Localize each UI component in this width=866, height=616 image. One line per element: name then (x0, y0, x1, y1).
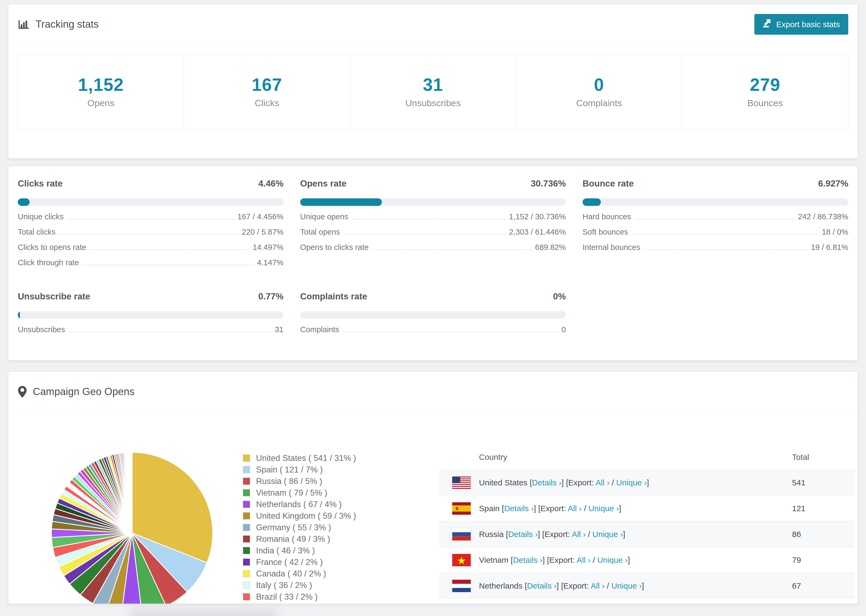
detail-value: 19 / 6.81% (811, 244, 848, 251)
detail-value: 220 / 5.87% (242, 228, 283, 236)
export-all-link[interactable]: All › (590, 581, 605, 590)
bracket: ] (538, 530, 542, 539)
rate-detail-row: Complaints0 (300, 326, 566, 333)
rate-detail-rows: Unique clicks167 / 4.456%Total clicks220… (18, 213, 283, 267)
bottom-shadow-artifact (129, 608, 277, 616)
detail-label: Opens to clicks rate (300, 244, 369, 251)
details-link[interactable]: Details › (513, 556, 542, 564)
detail-label: Unsubscribes (18, 326, 65, 333)
export-unique-link[interactable]: Unique › (616, 478, 647, 487)
country-column-header: Country (439, 453, 507, 462)
export-all-link[interactable]: All › (568, 504, 582, 513)
nl-flag-icon (452, 580, 471, 592)
geo-row-total: 541 (792, 478, 806, 487)
geo-opens-pie-chart (49, 449, 216, 604)
legend-swatch (243, 593, 250, 600)
export-all-link[interactable]: All › (576, 556, 590, 564)
detail-value: 18 / 0% (822, 228, 848, 236)
slash: / (605, 581, 611, 590)
export-label: [Export: (566, 478, 595, 487)
legend-item: Brazil ( 33 / 2% ) (243, 591, 356, 603)
rate-progress-track (18, 311, 283, 319)
legend-item: United Kingdom ( 59 / 3% ) (243, 510, 356, 522)
stats-summary-row: 1,152Opens167Clicks31Unsubscribes0Compla… (18, 54, 848, 130)
rate-progress-fill (18, 311, 20, 319)
details-link[interactable]: Details › (504, 504, 534, 513)
slash: / (590, 556, 597, 564)
detail-leader-dots (68, 219, 234, 219)
detail-value: 0 (562, 326, 566, 333)
rate-title: Complaints rate (300, 290, 367, 303)
legend-swatch (243, 501, 250, 508)
rate-detail-rows: Unique opens1,152 / 30.736%Total opens2,… (300, 213, 566, 251)
stat-cell: 279Bounces (682, 54, 848, 130)
stat-cell: 167Clicks (184, 54, 350, 130)
legend-item: Italy ( 36 / 2% ) (243, 580, 356, 591)
rate-block: Unsubscribe rate0.77%Unsubscribes31 (18, 290, 283, 333)
detail-label: Internal bounces (583, 244, 640, 251)
geo-opens-title-text: Campaign Geo Opens (33, 386, 134, 398)
export-all-link[interactable]: All › (572, 530, 586, 539)
rate-detail-rows: Complaints0 (300, 326, 566, 333)
detail-value: 31 (275, 326, 283, 333)
export-all-link[interactable]: All › (596, 478, 610, 487)
rate-detail-rows: Hard bounces242 / 86.738%Soft bounces18 … (583, 213, 848, 251)
country-name: Spain (479, 504, 502, 513)
legend-label: France ( 42 / 2% ) (256, 558, 323, 567)
details-link[interactable]: Details › (527, 581, 556, 590)
rate-title: Opens rate (300, 178, 346, 190)
stat-value: 279 (682, 76, 848, 94)
export-unique-link[interactable]: Unique › (597, 556, 628, 564)
legend-label: United States ( 541 / 31% ) (256, 453, 356, 463)
stat-value: 0 (516, 76, 682, 94)
rate-detail-rows: Unsubscribes31 (18, 326, 283, 333)
geo-row-total: 79 (792, 556, 801, 565)
stat-cell: 1,152Opens (18, 54, 184, 130)
legend-item: Canada ( 40 / 2% ) (243, 568, 356, 580)
page: Tracking stats Export basic stats 1,152O… (0, 0, 866, 604)
legend-label: Canada ( 40 / 2% ) (256, 569, 326, 579)
map-pin-icon (18, 386, 27, 398)
rate-detail-row: Clicks to opens rate14.497% (18, 244, 283, 251)
export-unique-link[interactable]: Unique › (611, 581, 642, 590)
rate-heading: Opens rate30.736% (300, 178, 566, 190)
export-basic-stats-button[interactable]: Export basic stats (754, 14, 848, 35)
tracking-stats-panel: Tracking stats Export basic stats 1,152O… (8, 4, 858, 159)
legend-item: Germany ( 55 / 3% ) (243, 522, 356, 533)
details-link[interactable]: Details › (532, 478, 562, 487)
legend-label: Germany ( 55 / 3% ) (256, 523, 331, 533)
legend-swatch (243, 558, 250, 566)
export-label: [Export: (542, 530, 572, 539)
detail-value: 242 / 86.738% (798, 213, 848, 221)
export-icon (763, 19, 772, 30)
rate-heading: Complaints rate0% (300, 290, 566, 303)
detail-value: 2,303 / 61.446% (509, 228, 566, 236)
rate-block: Bounce rate6.927%Hard bounces242 / 86.73… (583, 178, 848, 267)
detail-label: Clicks to opens rate (18, 244, 86, 251)
export-label: [Export: (547, 556, 576, 564)
rate-detail-row: Hard bounces242 / 86.738% (583, 213, 848, 221)
rate-detail-row: Unique opens1,152 / 30.736% (300, 213, 566, 221)
detail-label: Total opens (300, 228, 340, 236)
details-link[interactable]: Details › (508, 530, 538, 539)
total-column-header: Total (792, 453, 809, 462)
country-name: Russia (479, 530, 506, 539)
geo-row-total: 67 (792, 581, 801, 591)
geo-table-row: Russia [Details ›] [Export: All › / Uniq… (439, 521, 855, 547)
stat-value: 1,152 (18, 76, 184, 94)
rate-detail-row: Unsubscribes31 (18, 326, 283, 333)
stat-cell: 31Unsubscribes (350, 54, 516, 130)
detail-value: 4.147% (257, 259, 283, 267)
rate-progress-fill (583, 198, 601, 206)
bracket: ] (556, 581, 561, 590)
legend-swatch (243, 524, 250, 531)
bar-chart-icon (18, 19, 30, 30)
detail-leader-dots (90, 250, 250, 250)
legend-item: Romania ( 49 / 3% ) (243, 533, 356, 545)
rate-value: 30.736% (531, 178, 566, 190)
export-unique-link[interactable]: Unique › (592, 530, 623, 539)
export-label: [Export: (538, 504, 568, 513)
detail-label: Hard bounces (583, 213, 631, 221)
stat-label: Unsubscribes (350, 98, 516, 108)
export-unique-link[interactable]: Unique › (589, 504, 619, 513)
